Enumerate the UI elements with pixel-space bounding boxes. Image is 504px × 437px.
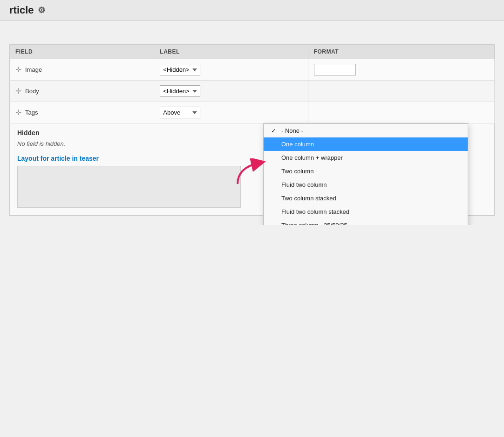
dropdown-item-3[interactable]: Two column bbox=[264, 164, 468, 178]
dropdown-item-label-7: Three column - 25/50/25 bbox=[281, 222, 347, 225]
field-label-image: Image bbox=[25, 66, 42, 73]
label-select-body[interactable]: <Hidden> Above Inline bbox=[160, 85, 200, 97]
dropdown-item-2[interactable]: One column + wrapper bbox=[264, 151, 468, 164]
drag-handle-tags[interactable]: ✛ bbox=[15, 108, 21, 117]
page-title: rticle bbox=[9, 4, 34, 16]
field-cell-image: ✛ Image bbox=[10, 59, 154, 81]
dropdown-item-label-0: - None - bbox=[281, 127, 303, 134]
format-cell-body bbox=[308, 81, 494, 102]
table-row: ✛ Body <Hidden> Above Inline bbox=[10, 81, 495, 102]
check-mark-0: ✓ bbox=[271, 127, 278, 134]
column-header-label: LABEL bbox=[154, 45, 308, 59]
field-cell-tags: ✛ Tags bbox=[10, 102, 154, 123]
gear-icon[interactable]: ⚙ bbox=[38, 5, 45, 15]
drag-handle-image[interactable]: ✛ bbox=[15, 65, 21, 74]
layout-box bbox=[17, 166, 241, 208]
dropdown-item-4[interactable]: Fluid two column bbox=[264, 178, 468, 191]
dropdown-item-7[interactable]: Three column - 25/50/25 bbox=[264, 218, 468, 225]
dropdown-item-label-1: One column bbox=[281, 141, 314, 148]
dropdown-item-5[interactable]: Two column stacked bbox=[264, 191, 468, 205]
field-label-body: Body bbox=[25, 88, 39, 95]
label-cell-body: <Hidden> Above Inline bbox=[154, 81, 308, 102]
format-cell-image bbox=[308, 59, 494, 81]
format-cell-tags bbox=[308, 102, 494, 123]
table-row: ✛ Image <Hidden> Above Inline bbox=[10, 59, 495, 81]
dropdown-item-label-4: Fluid two column bbox=[281, 181, 327, 188]
dropdown-item-label-6: Fluid two column stacked bbox=[281, 208, 349, 215]
label-cell-image: <Hidden> Above Inline bbox=[154, 59, 308, 81]
dropdown-item-1[interactable]: One column bbox=[264, 137, 468, 151]
column-header-format: FORMAT bbox=[308, 45, 494, 59]
dropdown-item-label-5: Two column stacked bbox=[281, 195, 336, 202]
page-header: rticle ⚙ bbox=[0, 0, 504, 21]
dropdown-item-6[interactable]: Fluid two column stacked bbox=[264, 205, 468, 218]
fields-table: FIELD LABEL FORMAT ✛ Image <Hidden> Abov… bbox=[9, 44, 495, 123]
label-select-tags[interactable]: Above <Hidden> Inline bbox=[160, 107, 200, 118]
column-header-field: FIELD bbox=[10, 45, 154, 59]
field-label-tags: Tags bbox=[25, 109, 38, 116]
drag-handle-body[interactable]: ✛ bbox=[15, 87, 21, 96]
field-cell-body: ✛ Body bbox=[10, 81, 154, 102]
main-content: FIELD LABEL FORMAT ✛ Image <Hidden> Abov… bbox=[0, 21, 504, 225]
label-cell-tags: Above <Hidden> Inline bbox=[154, 102, 308, 123]
format-input-image[interactable] bbox=[314, 64, 356, 75]
dropdown-item-0[interactable]: ✓- None - bbox=[264, 124, 468, 137]
dropdown-item-label-2: One column + wrapper bbox=[281, 154, 343, 161]
format-dropdown[interactable]: ✓- None -One columnOne column + wrapperT… bbox=[263, 123, 468, 225]
label-select-image[interactable]: <Hidden> Above Inline bbox=[160, 64, 200, 75]
table-row: ✛ Tags Above <Hidden> Inline bbox=[10, 102, 495, 123]
dropdown-item-label-3: Two column bbox=[281, 168, 313, 175]
